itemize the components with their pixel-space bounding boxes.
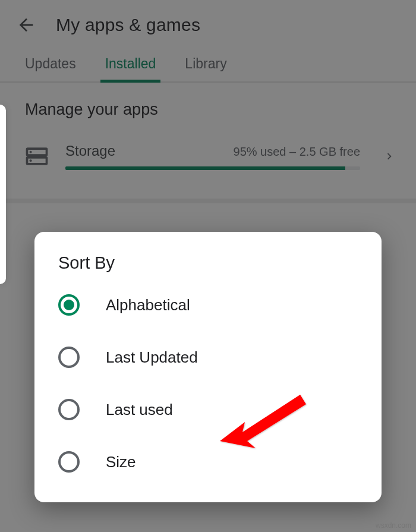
dialog-title: Sort By (34, 253, 382, 279)
sort-option-size[interactable]: Size (34, 436, 382, 488)
radio-unchecked-icon (58, 347, 80, 368)
option-label: Alphabetical (106, 296, 190, 314)
sort-option-last-updated[interactable]: Last Updated (34, 331, 382, 383)
sort-option-last-used[interactable]: Last used (34, 383, 382, 436)
option-label: Last used (106, 401, 173, 419)
panel-edge (0, 105, 6, 284)
sort-by-dialog: Sort By Alphabetical Last Updated Last u… (34, 232, 382, 502)
watermark: wsxdn.com (376, 521, 411, 530)
sort-option-alphabetical[interactable]: Alphabetical (34, 279, 382, 331)
radio-unchecked-icon (58, 399, 80, 420)
radio-unchecked-icon (58, 451, 80, 473)
option-label: Last Updated (106, 348, 198, 367)
option-label: Size (106, 453, 136, 471)
radio-checked-icon (58, 294, 80, 316)
